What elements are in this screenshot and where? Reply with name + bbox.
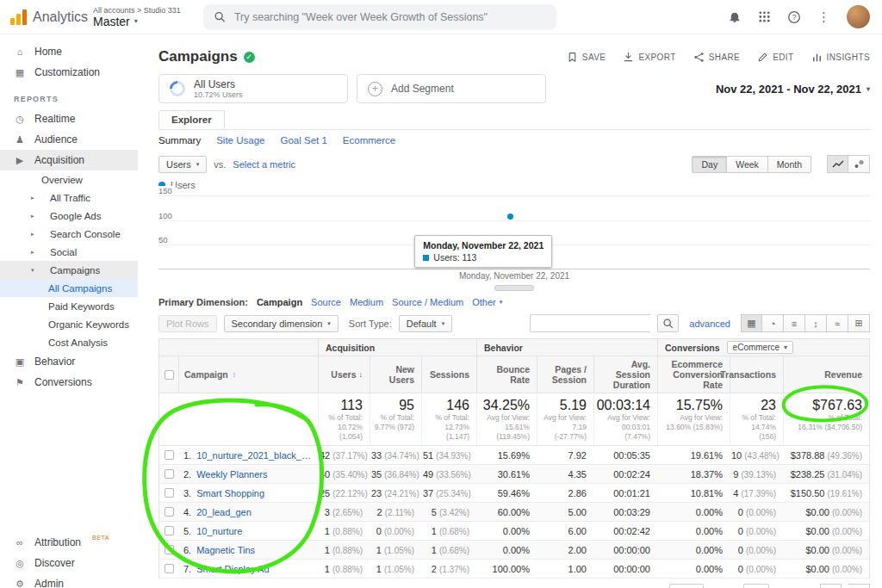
sidebar-item-all-campaigns[interactable]: All Campaigns: [0, 279, 138, 297]
sidebar-item-audience[interactable]: ♟Audience: [0, 129, 138, 150]
sidebar-item-social[interactable]: ▸Social: [0, 243, 138, 261]
motion-chart-button[interactable]: [848, 155, 870, 173]
goto-page-input[interactable]: [743, 584, 769, 588]
pivot-view-icon[interactable]: ⊞: [848, 314, 870, 332]
granularity-week[interactable]: Week: [727, 156, 768, 173]
ga-logo[interactable]: Analytics: [0, 9, 86, 25]
sidebar-item-search-console[interactable]: ▸Search Console: [0, 225, 138, 243]
sort-type-button[interactable]: Default▾: [399, 315, 452, 332]
line-chart-button[interactable]: [827, 155, 848, 173]
add-segment-button[interactable]: + Add Segment: [357, 74, 546, 103]
export-button[interactable]: EXPORT: [623, 52, 675, 63]
sidebar-item-campaigns[interactable]: ▾Campaigns: [0, 261, 138, 279]
row-checkbox[interactable]: [165, 488, 174, 498]
sidebar-item-discover[interactable]: ◎Discover: [0, 553, 138, 573]
sidebar-item-acquisition[interactable]: ▶Acquisition: [0, 150, 138, 170]
row-checkbox[interactable]: [165, 526, 174, 535]
sidebar-item-attribution[interactable]: ∞AttributionBETA: [0, 532, 138, 553]
sidebar-item-conversions[interactable]: ⚑Conversions: [0, 372, 138, 393]
campaign-link[interactable]: 10_nurture: [196, 526, 242, 536]
campaign-link[interactable]: Weekly Planners: [196, 469, 267, 480]
row-checkbox[interactable]: [165, 564, 174, 573]
help-icon[interactable]: ?: [787, 10, 801, 24]
performance-view-icon[interactable]: ≡: [784, 314, 805, 332]
row-checkbox[interactable]: [165, 507, 174, 517]
sidebar-item-behavior[interactable]: ▣Behavior: [0, 351, 138, 372]
beta-badge: BETA: [92, 535, 109, 541]
subtab-ecommerce[interactable]: Ecommerce: [343, 135, 395, 147]
column-header-revenue[interactable]: Revenue: [783, 356, 869, 393]
dimension-medium[interactable]: Medium: [350, 297, 383, 307]
granularity-month[interactable]: Month: [768, 156, 811, 173]
dimension-source[interactable]: Source: [311, 297, 341, 307]
campaign-link[interactable]: Smart Shopping: [196, 488, 264, 498]
subtab-goal-set-1[interactable]: Goal Set 1: [280, 135, 326, 147]
data-point[interactable]: [507, 214, 513, 220]
row-checkbox[interactable]: [165, 450, 174, 460]
chart-plot[interactable]: 150 100 50 Monday, November 22, 2021 Use…: [158, 195, 870, 269]
column-header-sessions[interactable]: Sessions: [421, 356, 476, 393]
column-header-campaign[interactable]: Campaign↕: [178, 356, 318, 393]
global-search[interactable]: [203, 4, 556, 30]
column-header-transactions[interactable]: Transactions: [730, 356, 783, 393]
campaign-link[interactable]: 20_lead_gen: [196, 507, 252, 517]
dimension-other[interactable]: Other▾: [472, 297, 502, 307]
apps-grid-icon[interactable]: [758, 10, 771, 23]
advanced-search-link[interactable]: advanced: [689, 319, 730, 329]
percentage-view-icon[interactable]: ◔: [762, 314, 784, 332]
column-header-avg-session-duration[interactable]: Avg. Session Duration: [593, 356, 657, 393]
dimension-campaign[interactable]: Campaign: [257, 297, 302, 307]
row-checkbox[interactable]: [165, 545, 174, 554]
campaign-link[interactable]: Magnetic Tins: [196, 545, 255, 555]
column-header-bounce-rate[interactable]: Bounce Rate: [476, 356, 537, 393]
table-search-input[interactable]: [530, 314, 650, 332]
next-page-button[interactable]: ›: [848, 584, 870, 588]
user-avatar[interactable]: [847, 5, 870, 28]
search-input[interactable]: [234, 11, 546, 23]
row-checkbox[interactable]: [165, 469, 174, 479]
secondary-dimension-button[interactable]: Secondary dimension▾: [224, 315, 339, 332]
sidebar-item-overview[interactable]: Overview: [0, 170, 138, 189]
campaign-link[interactable]: Smart Display Ad: [196, 564, 269, 574]
save-button[interactable]: SAVE: [567, 52, 606, 63]
select-metric-link[interactable]: Select a metric: [233, 159, 295, 170]
tab-explorer[interactable]: Explorer: [158, 110, 225, 129]
column-header-ecommerce-conversion-rate[interactable]: Ecommerce Conversion Rate: [657, 356, 730, 393]
prev-page-button[interactable]: ‹: [820, 584, 842, 588]
column-header-users[interactable]: Users↓: [318, 356, 370, 393]
show-rows-select[interactable]: 10▾: [669, 584, 704, 588]
term-cloud-view-icon[interactable]: ≈: [827, 314, 848, 332]
sidebar-item-customization[interactable]: ▦Customization: [0, 62, 138, 83]
campaign-link[interactable]: 10_nurture_2021_black_friday: [196, 450, 311, 461]
segment-all-users[interactable]: All Users 10.72% Users: [158, 74, 348, 103]
kebab-menu-icon[interactable]: ⋮: [817, 9, 830, 25]
subtab-site-usage[interactable]: Site Usage: [216, 135, 264, 147]
edit-button[interactable]: EDIT: [757, 52, 793, 63]
table-header-row: Campaign↕ Users↓New UsersSessionsBounce …: [159, 356, 869, 393]
date-range-selector[interactable]: Nov 22, 2021 - Nov 22, 2021▾: [716, 83, 870, 96]
notifications-bell-icon[interactable]: [728, 10, 742, 24]
sidebar-item-admin[interactable]: ⚙Admin: [0, 573, 138, 588]
sidebar-item-home[interactable]: ⌂Home: [0, 41, 138, 62]
sidebar-item-all-traffic[interactable]: ▸All Traffic: [0, 189, 138, 207]
subtab-summary[interactable]: Summary: [158, 135, 201, 147]
sidebar-item-cost-analysis[interactable]: Cost Analysis: [0, 333, 138, 351]
granularity-day[interactable]: Day: [692, 156, 727, 173]
account-switcher[interactable]: All accounts > Studio 331 Master▾: [93, 6, 181, 28]
table-view-icon[interactable]: ▦: [741, 314, 762, 332]
table-search-button[interactable]: [657, 314, 679, 332]
share-button[interactable]: SHARE: [693, 52, 740, 63]
conversions-type-selector[interactable]: eCommerce▾: [727, 341, 793, 354]
dimension-source-medium[interactable]: Source / Medium: [392, 297, 463, 307]
sidebar-item-realtime[interactable]: ◷Realtime: [0, 108, 138, 129]
column-header-new-users[interactable]: New Users: [370, 356, 421, 393]
comparison-view-icon[interactable]: ↕: [805, 314, 827, 332]
sidebar-item-organic-keywords[interactable]: Organic Keywords: [0, 315, 138, 333]
metric-selector[interactable]: Users▾: [158, 156, 207, 173]
insights-button[interactable]: INSIGHTS: [811, 52, 870, 63]
column-header-pages-session[interactable]: Pages / Session: [537, 356, 593, 393]
sidebar-item-paid-keywords[interactable]: Paid Keywords: [0, 297, 138, 315]
select-all-checkbox[interactable]: [165, 370, 174, 380]
sidebar-item-google-ads[interactable]: ▸Google Ads: [0, 207, 138, 225]
chart-scroll-handle[interactable]: [494, 285, 534, 291]
